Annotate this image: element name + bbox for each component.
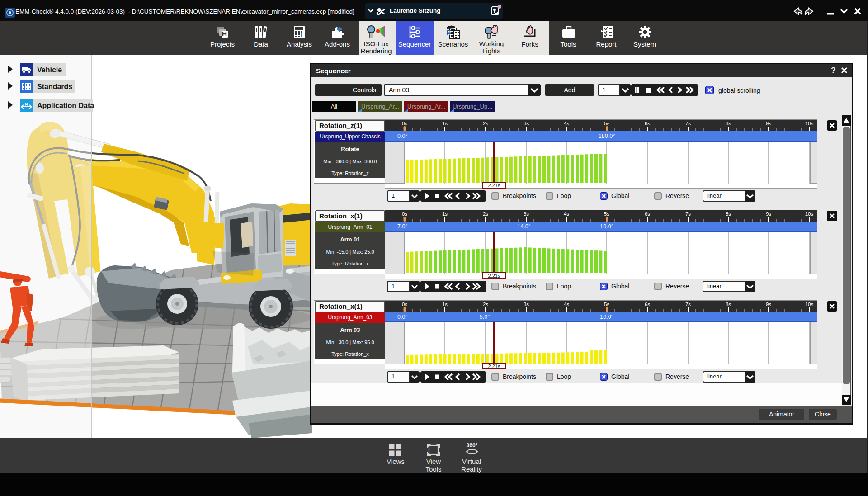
svg-text:3s: 3s: [524, 121, 529, 126]
svg-text:9s: 9s: [766, 121, 771, 126]
svg-text:8s: 8s: [726, 121, 731, 126]
svg-text:2s: 2s: [483, 121, 488, 126]
svg-text:1s: 1s: [442, 121, 448, 126]
svg-text:7s: 7s: [685, 121, 691, 126]
svg-text:5s: 5s: [604, 211, 609, 217]
svg-text:6s: 6s: [645, 211, 650, 217]
svg-text:4s: 4s: [564, 121, 569, 126]
svg-text:8s: 8s: [726, 211, 731, 217]
svg-text:0s: 0s: [402, 121, 407, 126]
svg-text:10s: 10s: [805, 302, 814, 307]
svg-text:1s: 1s: [442, 211, 448, 217]
svg-text:5s: 5s: [604, 121, 609, 126]
svg-text:10s: 10s: [805, 211, 814, 217]
svg-text:2s: 2s: [483, 302, 488, 307]
svg-text:0s: 0s: [402, 211, 407, 217]
svg-text:6s: 6s: [645, 302, 650, 307]
svg-text:10s: 10s: [805, 121, 814, 126]
svg-text:2s: 2s: [483, 211, 488, 217]
svg-text:9s: 9s: [766, 211, 771, 217]
svg-text:8s: 8s: [726, 302, 731, 307]
svg-text:4s: 4s: [564, 211, 569, 217]
svg-text:7s: 7s: [685, 211, 691, 217]
svg-text:360°: 360°: [467, 442, 478, 449]
svg-text:9s: 9s: [766, 302, 771, 307]
svg-text:4s: 4s: [564, 302, 569, 307]
svg-text:7s: 7s: [685, 302, 691, 307]
svg-text:3s: 3s: [524, 302, 529, 307]
svg-text:5s: 5s: [604, 302, 609, 307]
svg-text:1s: 1s: [442, 302, 448, 307]
svg-text:0s: 0s: [402, 302, 407, 307]
svg-text:3s: 3s: [524, 211, 529, 217]
svg-text:6s: 6s: [645, 121, 650, 126]
